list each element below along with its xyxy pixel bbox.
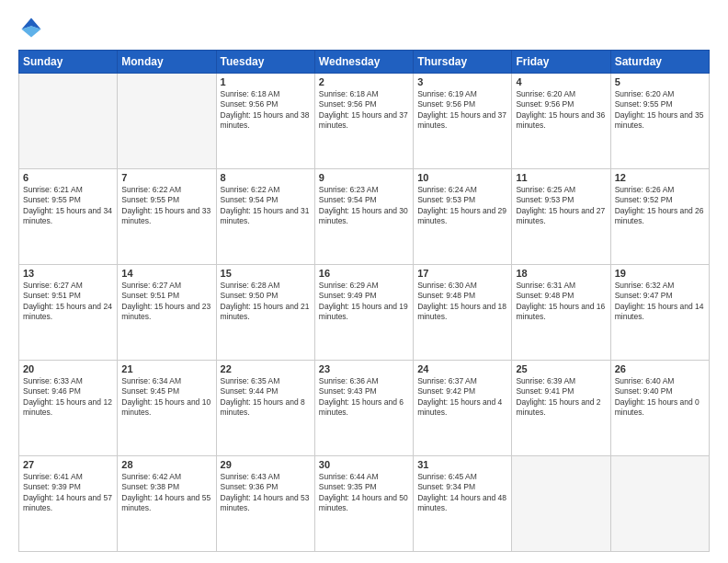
day-number: 29 [221, 459, 311, 470]
calendar-cell: 29Sunrise: 6:43 AMSunset: 9:36 PMDayligh… [216, 456, 314, 552]
day-number: 18 [516, 268, 606, 279]
day-detail: Sunrise: 6:45 AMSunset: 9:34 PMDaylight:… [417, 472, 507, 514]
day-detail: Sunrise: 6:28 AMSunset: 9:50 PMDaylight:… [221, 281, 311, 323]
calendar-header-row: SundayMondayTuesdayWednesdayThursdayFrid… [19, 51, 710, 74]
day-number: 22 [221, 363, 311, 374]
day-detail: Sunrise: 6:33 AMSunset: 9:46 PMDaylight:… [23, 376, 113, 419]
calendar-cell: 13Sunrise: 6:27 AMSunset: 9:51 PMDayligh… [19, 265, 118, 361]
calendar-cell: 7Sunrise: 6:22 AMSunset: 9:55 PMDaylight… [118, 169, 216, 265]
day-detail: Sunrise: 6:21 AMSunset: 9:55 PMDaylight:… [23, 185, 113, 227]
calendar-cell: 16Sunrise: 6:29 AMSunset: 9:49 PMDayligh… [314, 265, 413, 361]
calendar-week-2: 6Sunrise: 6:21 AMSunset: 9:55 PMDaylight… [19, 169, 710, 265]
calendar-cell: 5Sunrise: 6:20 AMSunset: 9:55 PMDaylight… [610, 74, 709, 169]
day-detail: Sunrise: 6:43 AMSunset: 9:36 PMDaylight:… [221, 472, 311, 514]
calendar-cell: 28Sunrise: 6:42 AMSunset: 9:38 PMDayligh… [118, 456, 216, 552]
day-detail: Sunrise: 6:18 AMSunset: 9:56 PMDaylight:… [319, 89, 409, 132]
calendar-week-1: 1Sunrise: 6:18 AMSunset: 9:56 PMDaylight… [19, 74, 710, 169]
calendar-cell: 24Sunrise: 6:37 AMSunset: 9:42 PMDayligh… [414, 361, 512, 456]
calendar-header-monday: Monday [118, 51, 216, 74]
day-number: 24 [417, 363, 507, 374]
day-number: 7 [121, 172, 211, 183]
calendar-cell: 15Sunrise: 6:28 AMSunset: 9:50 PMDayligh… [216, 265, 314, 361]
calendar-week-5: 27Sunrise: 6:41 AMSunset: 9:39 PMDayligh… [19, 456, 710, 552]
day-detail: Sunrise: 6:37 AMSunset: 9:42 PMDaylight:… [417, 376, 507, 419]
calendar-cell: 21Sunrise: 6:34 AMSunset: 9:45 PMDayligh… [118, 361, 216, 456]
calendar-cell: 4Sunrise: 6:20 AMSunset: 9:56 PMDaylight… [512, 74, 610, 169]
day-number: 2 [319, 76, 409, 87]
day-number: 12 [615, 172, 705, 183]
day-detail: Sunrise: 6:26 AMSunset: 9:52 PMDaylight:… [615, 185, 705, 227]
calendar-cell [118, 74, 216, 169]
day-detail: Sunrise: 6:36 AMSunset: 9:43 PMDaylight:… [319, 376, 409, 419]
calendar-header-sunday: Sunday [19, 51, 118, 74]
day-number: 4 [516, 76, 606, 87]
day-number: 10 [417, 172, 507, 183]
logo-icon [18, 15, 44, 40]
day-detail: Sunrise: 6:18 AMSunset: 9:56 PMDaylight:… [221, 89, 311, 132]
day-detail: Sunrise: 6:24 AMSunset: 9:53 PMDaylight:… [417, 185, 507, 227]
calendar-cell: 22Sunrise: 6:35 AMSunset: 9:44 PMDayligh… [216, 361, 314, 456]
calendar-cell: 17Sunrise: 6:30 AMSunset: 9:48 PMDayligh… [414, 265, 512, 361]
day-number: 8 [221, 172, 311, 183]
calendar-cell: 19Sunrise: 6:32 AMSunset: 9:47 PMDayligh… [610, 265, 709, 361]
day-number: 20 [23, 363, 113, 374]
day-number: 6 [23, 172, 113, 183]
day-number: 11 [516, 172, 606, 183]
calendar-cell: 11Sunrise: 6:25 AMSunset: 9:53 PMDayligh… [512, 169, 610, 265]
calendar-header-wednesday: Wednesday [314, 51, 413, 74]
calendar-cell [610, 456, 709, 552]
day-number: 31 [417, 459, 507, 470]
day-number: 19 [615, 268, 705, 279]
day-detail: Sunrise: 6:40 AMSunset: 9:40 PMDaylight:… [615, 376, 705, 419]
day-detail: Sunrise: 6:35 AMSunset: 9:44 PMDaylight:… [221, 376, 311, 419]
calendar-header-tuesday: Tuesday [216, 51, 314, 74]
day-detail: Sunrise: 6:25 AMSunset: 9:53 PMDaylight:… [516, 185, 606, 227]
calendar-cell [512, 456, 610, 552]
calendar-cell: 18Sunrise: 6:31 AMSunset: 9:48 PMDayligh… [512, 265, 610, 361]
day-number: 3 [417, 76, 507, 87]
calendar-cell: 3Sunrise: 6:19 AMSunset: 9:56 PMDaylight… [414, 74, 512, 169]
day-detail: Sunrise: 6:30 AMSunset: 9:48 PMDaylight:… [417, 281, 507, 323]
day-detail: Sunrise: 6:20 AMSunset: 9:55 PMDaylight:… [615, 89, 705, 132]
calendar-header-thursday: Thursday [414, 51, 512, 74]
day-detail: Sunrise: 6:39 AMSunset: 9:41 PMDaylight:… [516, 376, 606, 419]
calendar-cell: 9Sunrise: 6:23 AMSunset: 9:54 PMDaylight… [314, 169, 413, 265]
day-detail: Sunrise: 6:23 AMSunset: 9:54 PMDaylight:… [319, 185, 409, 227]
calendar-cell: 30Sunrise: 6:44 AMSunset: 9:35 PMDayligh… [314, 456, 413, 552]
day-number: 21 [121, 363, 211, 374]
day-detail: Sunrise: 6:32 AMSunset: 9:47 PMDaylight:… [615, 281, 705, 323]
day-detail: Sunrise: 6:31 AMSunset: 9:48 PMDaylight:… [516, 281, 606, 323]
day-detail: Sunrise: 6:22 AMSunset: 9:54 PMDaylight:… [221, 185, 311, 227]
calendar-cell: 12Sunrise: 6:26 AMSunset: 9:52 PMDayligh… [610, 169, 709, 265]
day-number: 25 [516, 363, 606, 374]
calendar-cell: 10Sunrise: 6:24 AMSunset: 9:53 PMDayligh… [414, 169, 512, 265]
day-number: 1 [221, 76, 311, 87]
calendar-cell: 2Sunrise: 6:18 AMSunset: 9:56 PMDaylight… [314, 74, 413, 169]
day-detail: Sunrise: 6:42 AMSunset: 9:38 PMDaylight:… [121, 472, 211, 514]
day-detail: Sunrise: 6:27 AMSunset: 9:51 PMDaylight:… [23, 281, 113, 323]
logo [18, 15, 48, 40]
calendar-cell: 31Sunrise: 6:45 AMSunset: 9:34 PMDayligh… [414, 456, 512, 552]
calendar-cell: 6Sunrise: 6:21 AMSunset: 9:55 PMDaylight… [19, 169, 118, 265]
page: SundayMondayTuesdayWednesdayThursdayFrid… [0, 0, 728, 563]
day-detail: Sunrise: 6:20 AMSunset: 9:56 PMDaylight:… [516, 89, 606, 132]
calendar-week-3: 13Sunrise: 6:27 AMSunset: 9:51 PMDayligh… [19, 265, 710, 361]
day-number: 5 [615, 76, 705, 87]
day-number: 27 [23, 459, 113, 470]
header [18, 15, 710, 40]
day-number: 26 [615, 363, 705, 374]
calendar-week-4: 20Sunrise: 6:33 AMSunset: 9:46 PMDayligh… [19, 361, 710, 456]
day-number: 30 [319, 459, 409, 470]
day-detail: Sunrise: 6:27 AMSunset: 9:51 PMDaylight:… [121, 281, 211, 323]
day-detail: Sunrise: 6:19 AMSunset: 9:56 PMDaylight:… [417, 89, 507, 132]
calendar-cell: 8Sunrise: 6:22 AMSunset: 9:54 PMDaylight… [216, 169, 314, 265]
day-detail: Sunrise: 6:44 AMSunset: 9:35 PMDaylight:… [319, 472, 409, 514]
calendar-header-saturday: Saturday [610, 51, 709, 74]
day-number: 28 [121, 459, 211, 470]
day-number: 13 [23, 268, 113, 279]
day-detail: Sunrise: 6:22 AMSunset: 9:55 PMDaylight:… [121, 185, 211, 227]
calendar-cell: 23Sunrise: 6:36 AMSunset: 9:43 PMDayligh… [314, 361, 413, 456]
day-detail: Sunrise: 6:41 AMSunset: 9:39 PMDaylight:… [23, 472, 113, 514]
day-detail: Sunrise: 6:34 AMSunset: 9:45 PMDaylight:… [121, 376, 211, 419]
day-number: 9 [319, 172, 409, 183]
